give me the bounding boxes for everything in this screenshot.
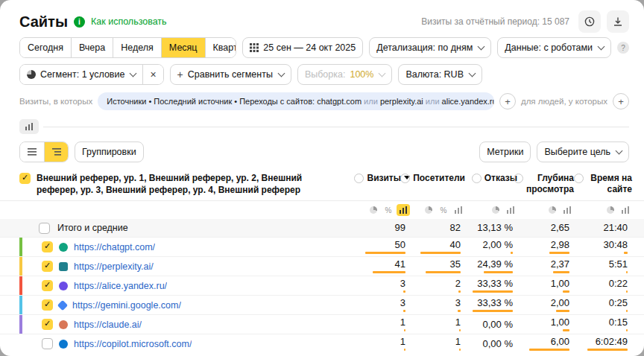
segment-dropdown[interactable]: Сегмент: 1 условие: [20, 65, 142, 84]
metric-value: 0,00 %: [483, 339, 513, 349]
metric-value: 6:02:49: [596, 337, 628, 347]
percent-view-icon[interactable]: %: [437, 204, 450, 216]
row-checkbox[interactable]: [42, 338, 53, 349]
segment-condition-chip[interactable]: Источники • Последний источник • Переход…: [98, 92, 494, 110]
segment-bar: Сегмент: 1 условие × + Сравнить сегменты…: [0, 58, 644, 85]
help-icon[interactable]: ?: [617, 42, 629, 54]
table-controls: Группировки Метрики Выберите цель: [0, 134, 644, 162]
date-range-button[interactable]: 25 сен — 24 окт 2025: [242, 37, 363, 58]
visits-filter-label: Визиты, в которых: [19, 97, 92, 106]
pie-view-icon[interactable]: [546, 204, 559, 216]
column-header-time[interactable]: Время на сайте: [574, 173, 632, 195]
metric-value: 41: [395, 259, 405, 270]
metric-value: 40: [450, 240, 461, 250]
pie-view-icon[interactable]: [489, 204, 502, 216]
pie-view-icon[interactable]: [367, 204, 380, 216]
pie-view-icon[interactable]: [422, 204, 435, 216]
metric-cell: 2,65: [517, 223, 574, 233]
metric-value: 3: [455, 298, 461, 308]
list-view-button[interactable]: [20, 142, 44, 162]
bars-view-icon[interactable]: [619, 204, 632, 216]
period-tab[interactable]: Сегодня: [20, 38, 72, 57]
people-filter-label: для людей, у которых: [521, 97, 607, 106]
metric-cell: 24,39 %: [465, 259, 517, 273]
table-body: https://chatgpt.com/ 50 40 2,00 % 2,98 3…: [0, 237, 644, 353]
topbar: Сайты i Как использовать Визиты за отчёт…: [0, 0, 644, 33]
totals-label: Итого и средние: [57, 223, 128, 233]
site-link[interactable]: https://claude.ai/: [74, 320, 142, 330]
bars-view-icon[interactable]: [397, 204, 410, 216]
bars-view-icon[interactable]: [561, 204, 574, 216]
segment-clear-button[interactable]: ×: [142, 65, 162, 84]
period-tab[interactable]: Неделя: [113, 38, 162, 57]
totals-checkbox[interactable]: [39, 223, 50, 234]
row-checkbox[interactable]: [42, 261, 53, 272]
site-favicon: [59, 340, 68, 349]
period-tab[interactable]: Квартал: [206, 38, 237, 57]
data-mode-dropdown[interactable]: Данные: с роботами: [497, 37, 611, 58]
table-row: https://copilot.microsoft.com/ 1 1 0,00 …: [0, 334, 644, 353]
period-tab[interactable]: Вчера: [72, 38, 113, 57]
tree-view-button[interactable]: [44, 142, 68, 162]
report-table: Внешний реферер, ур. 1, Внешний реферер,…: [0, 167, 644, 353]
how-to-use-link[interactable]: Как использовать: [91, 16, 167, 27]
calendar-icon: [250, 43, 259, 52]
chevron-down-icon: [277, 70, 285, 77]
site-favicon: [57, 300, 68, 311]
metric-bar: [365, 252, 405, 254]
add-visits-condition-button[interactable]: +: [499, 93, 516, 109]
compare-segments-button[interactable]: + Сравнить сегменты: [170, 64, 291, 85]
site-favicon: [59, 262, 68, 271]
column-header-visitors[interactable]: Посетители: [410, 173, 465, 184]
detalization-dropdown[interactable]: Детализация: по дням: [369, 37, 491, 58]
table-row: https://gemini.google.com/ 3 3 33,33 % 2…: [0, 295, 644, 314]
site-favicon: [59, 282, 68, 290]
metric-value: 1,00: [551, 317, 569, 328]
metric-cell: 1: [410, 337, 465, 351]
bars-view-icon[interactable]: [504, 204, 517, 216]
site-link[interactable]: https://copilot.microsoft.com/: [74, 339, 192, 349]
add-people-condition-button[interactable]: +: [613, 93, 629, 109]
goal-select[interactable]: Выберите цель: [537, 142, 629, 162]
metric-cell: 21:40: [574, 223, 632, 233]
site-link[interactable]: https://gemini.google.com/: [72, 300, 181, 311]
metric-value: 2,98: [551, 240, 569, 250]
metric-bar: [484, 271, 513, 273]
history-button[interactable]: [578, 10, 601, 33]
column-header-bounce[interactable]: Отказы: [465, 173, 517, 184]
row-checkbox[interactable]: [42, 319, 53, 330]
row-checkbox[interactable]: [42, 280, 53, 291]
site-link[interactable]: https://chatgpt.com/: [74, 242, 155, 252]
table-row: https://claude.ai/ 1 1 0,00 % 1,00 0:15: [0, 314, 644, 334]
site-link[interactable]: https://alice.yandex.ru/: [74, 281, 167, 291]
metric-info-icon: [472, 174, 482, 183]
sample-dropdown[interactable]: Выборка: 100%: [297, 64, 393, 85]
table-row: https://perplexity.ai/ 41 35 24,39 % 2,3…: [0, 256, 644, 276]
row-checkbox[interactable]: [42, 241, 53, 252]
chart-toggle-button[interactable]: [19, 119, 39, 134]
currency-dropdown[interactable]: Валюта: RUB: [398, 64, 482, 85]
metric-value: 0:25: [609, 298, 628, 308]
period-tab[interactable]: Месяц: [162, 38, 206, 57]
segment-icon: [27, 70, 36, 79]
metrics-button[interactable]: Метрики: [479, 142, 531, 162]
metric-value: 2,00 %: [483, 240, 513, 250]
site-favicon: [59, 243, 68, 252]
metric-cell: 1: [410, 317, 465, 331]
download-button[interactable]: [607, 10, 629, 33]
site-link[interactable]: https://perplexity.ai/: [74, 261, 154, 272]
groupings-button[interactable]: Группировки: [75, 142, 144, 162]
metric-bar: [404, 349, 405, 351]
chart-area: [0, 110, 644, 134]
pie-view-icon[interactable]: [604, 204, 617, 216]
metric-cell: 2,98: [517, 240, 574, 254]
column-header-depth[interactable]: Глубина просмотра: [517, 173, 574, 195]
row-checkbox[interactable]: [42, 299, 53, 311]
metric-cell: 2,37: [517, 259, 574, 273]
select-all-checkbox[interactable]: [19, 173, 31, 184]
bars-view-icon[interactable]: [452, 204, 465, 216]
metric-value: 35: [450, 259, 461, 270]
metric-cell: 0,00 %: [465, 320, 517, 330]
percent-view-icon[interactable]: %: [382, 204, 395, 216]
metric-value: 5:51: [609, 259, 628, 270]
